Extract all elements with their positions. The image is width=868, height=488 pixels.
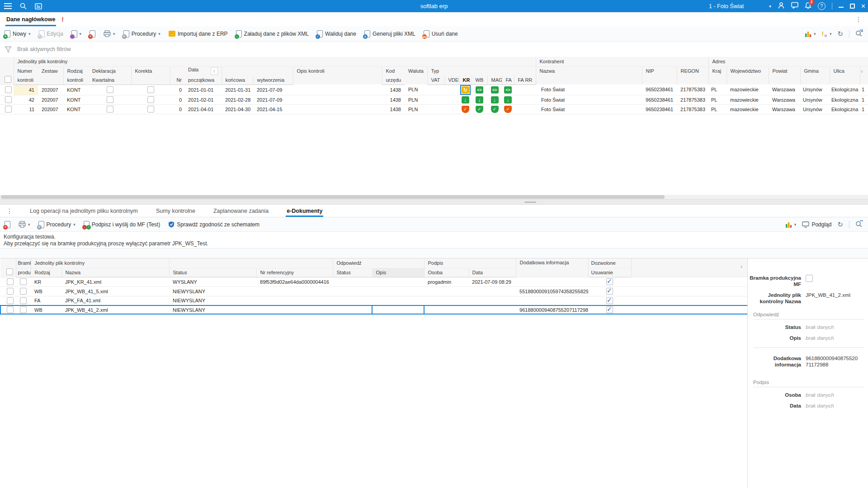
select-all-checkbox[interactable] <box>5 76 11 83</box>
bramka-produkcyjna-checkbox[interactable] <box>20 288 27 295</box>
hamburger-menu-icon[interactable] <box>0 0 15 12</box>
bramka-produkcyjna-mf-checkbox[interactable] <box>806 275 813 282</box>
cell-nazwa[interactable]: JPK_FA_41.xml <box>61 296 169 305</box>
cell-osoba[interactable] <box>424 305 468 314</box>
bramka-produkcyjna-checkbox[interactable] <box>20 306 27 313</box>
cell-kod[interactable]: 1438 <box>382 104 405 114</box>
tab-dane-naglowkowe[interactable]: Dane nagłówkowe <box>5 12 56 26</box>
chart-view-button[interactable] <box>785 221 797 228</box>
cell-vat[interactable] <box>427 104 444 114</box>
cell-vdek[interactable] <box>444 104 459 114</box>
usuwanie-checkbox[interactable] <box>606 306 613 313</box>
cell-produk[interactable] <box>16 296 31 305</box>
cell-osoba[interactable] <box>424 296 468 305</box>
col-wojewodztwo[interactable]: Województwo <box>726 66 769 84</box>
deklaracja-checkbox[interactable] <box>107 106 113 113</box>
cell-fa[interactable] <box>502 95 514 104</box>
procedures-button[interactable]: ⚙ Procedury <box>123 30 160 38</box>
cell-powiat[interactable]: Warszawa <box>769 84 800 95</box>
cell-farr[interactable] <box>514 104 536 114</box>
cell-usuwanie[interactable] <box>588 277 631 286</box>
cell-data[interactable] <box>468 296 516 305</box>
col-produk[interactable]: produk. <box>16 268 31 277</box>
col-odp-status[interactable]: Status <box>333 268 372 277</box>
cell-rodzaj[interactable]: KONT <box>63 84 89 95</box>
usuwanie-checkbox[interactable] <box>606 288 613 295</box>
help-icon[interactable]: ? <box>818 2 826 10</box>
notifications-bell-icon[interactable]: 2 <box>805 2 811 11</box>
cell-wb[interactable] <box>472 84 487 95</box>
cell-odp-status[interactable] <box>333 305 372 314</box>
cell-farr[interactable] <box>514 84 536 95</box>
col-fa[interactable]: FA <box>502 75 514 84</box>
cell-korekta[interactable] <box>131 84 170 95</box>
minimize-button[interactable] <box>839 7 844 8</box>
cell-rodzaj[interactable]: KONT <box>63 104 89 114</box>
cell-dodatkowa[interactable] <box>516 296 588 305</box>
cell-fa[interactable] <box>502 84 514 95</box>
col-rodzaj-line2[interactable]: kontroli <box>63 75 89 84</box>
col-nip[interactable]: NIP <box>642 66 677 84</box>
col-rodzaj[interactable]: Rodzaj <box>63 66 89 75</box>
cell-opis[interactable] <box>293 95 382 104</box>
edoc-row[interactable]: WB JPK_WB_41_5.xml NIEWYSLANY 5518800009… <box>0 286 748 296</box>
cell-dodatkowa[interactable] <box>516 277 588 286</box>
delete-document-button[interactable]: ✕ <box>90 30 95 38</box>
cell-data[interactable]: 2021-07-09 08:29 <box>468 277 516 286</box>
cell-osoba[interactable]: progadmin <box>424 277 468 286</box>
search-filter-icon[interactable] <box>855 29 863 38</box>
cell-numer[interactable]: 41 <box>14 84 38 95</box>
cell-vdek[interactable] <box>444 95 459 104</box>
cell-wytworzenia[interactable]: 2021-07-09 <box>253 84 293 95</box>
cell-deklaracja[interactable] <box>89 104 131 114</box>
select-all-checkbox[interactable] <box>6 268 13 275</box>
cell-select[interactable] <box>0 296 16 305</box>
cell-zestaw[interactable]: 202007 <box>38 104 63 114</box>
col-powiat[interactable]: Powiat <box>769 66 800 84</box>
cell-koncowa[interactable]: 2021-01-31 <box>222 84 253 95</box>
cell-vat[interactable] <box>427 84 444 95</box>
cell-next-col[interactable]: 1 <box>860 104 868 114</box>
cell-wojewodztwo[interactable]: mazowieckie <box>726 104 769 114</box>
cell-numer[interactable]: 11 <box>14 104 38 114</box>
cell-rodzaj[interactable]: WB <box>31 305 61 314</box>
cell-wb[interactable] <box>472 104 487 114</box>
journal-icon[interactable] <box>31 0 46 12</box>
cell-kod[interactable]: 1438 <box>382 95 405 104</box>
cell-kraj[interactable]: PL <box>708 104 726 114</box>
copy-document-button[interactable] <box>71 30 82 38</box>
col-status[interactable]: Status <box>169 268 256 277</box>
check-schema-button[interactable]: Sprawdź zgodność ze schematem <box>168 221 259 228</box>
sort-ascending-icon[interactable]: ↑ <box>211 67 218 75</box>
col-nr[interactable]: Nr <box>170 75 184 84</box>
cell-wb[interactable] <box>472 95 487 104</box>
row-checkbox[interactable] <box>7 288 14 295</box>
cell-nr-referencyjny[interactable] <box>256 286 333 296</box>
cell-data[interactable] <box>468 286 516 296</box>
col-rodzaj[interactable]: Rodzaj <box>31 268 61 277</box>
col-usuwanie[interactable]: Usuwanie <box>588 268 631 277</box>
cell-select[interactable] <box>0 104 14 114</box>
row-checkbox[interactable] <box>5 96 12 103</box>
cell-koncowa[interactable]: 2021-04-30 <box>222 104 253 114</box>
cell-produk[interactable] <box>16 305 31 314</box>
cell-osoba[interactable] <box>424 286 468 296</box>
jpk-row[interactable]: 42 202007 KONT 0 2021-02-01 2021-02-28 2… <box>0 95 868 104</box>
cell-odp-opis-focused[interactable] <box>372 305 424 314</box>
cell-korekta[interactable] <box>131 95 170 104</box>
cell-vdek[interactable] <box>444 84 459 95</box>
cell-next-col[interactable]: 1 <box>860 95 868 104</box>
cell-kraj[interactable]: PL <box>708 84 726 95</box>
deklaracja-checkbox[interactable] <box>107 96 113 103</box>
cell-regon[interactable]: 217875383 <box>677 84 708 95</box>
col-numer-line2[interactable]: kontroli <box>14 75 38 84</box>
cell-nazwa[interactable]: Foto Świat <box>536 84 642 95</box>
scrollbar-thumb[interactable] <box>1 195 665 199</box>
sign-and-send-button[interactable]: ↓↑ Podpisz i wyślij do MF (Test) <box>84 221 160 228</box>
col-mag[interactable]: MAG <box>487 75 502 84</box>
procedures-button[interactable]: ⚙ Procedury <box>38 221 75 228</box>
cell-deklaracja[interactable] <box>89 84 131 95</box>
col-zestaw[interactable]: Zestaw <box>38 66 63 75</box>
cell-status[interactable]: NIEWYSLANY <box>169 305 256 314</box>
refresh-icon[interactable] <box>837 221 843 229</box>
